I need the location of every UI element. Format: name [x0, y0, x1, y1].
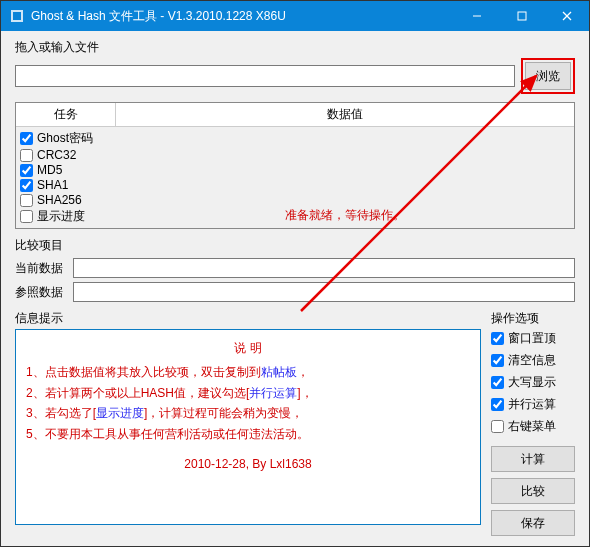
task-header-task: 任务 — [16, 103, 116, 126]
current-data-input[interactable] — [73, 258, 575, 278]
app-icon — [9, 8, 25, 24]
option-label: 大写显示 — [508, 374, 556, 391]
task-checkbox-sha1[interactable]: SHA1 — [20, 178, 111, 192]
current-data-label: 当前数据 — [15, 260, 67, 277]
info-line: 1、点击数据值将其放入比较项，双击复制到粘帖板， — [26, 362, 470, 382]
option-checkbox[interactable]: 大写显示 — [491, 374, 575, 391]
info-line: 3、若勾选了[显示进度]，计算过程可能会稍为变慢， — [26, 403, 470, 423]
info-heading: 说 明 — [26, 338, 470, 358]
svg-rect-3 — [518, 12, 526, 20]
save-button[interactable]: 保存 — [491, 510, 575, 536]
checkbox[interactable] — [491, 376, 504, 389]
checkbox[interactable] — [491, 398, 504, 411]
option-checkbox[interactable]: 窗口置顶 — [491, 330, 575, 347]
status-text: 准备就绪，等待操作。 — [116, 127, 574, 228]
info-line: 2、若计算两个或以上HASH值，建议勾选[并行运算]， — [26, 383, 470, 403]
calc-button[interactable]: 计算 — [491, 446, 575, 472]
close-button[interactable] — [544, 1, 589, 31]
option-label: 清空信息 — [508, 352, 556, 369]
task-checkbox-显示进度[interactable]: 显示进度 — [20, 208, 111, 225]
task-checkbox-sha256[interactable]: SHA256 — [20, 193, 111, 207]
task-header-value: 数据值 — [116, 103, 574, 126]
window-title: Ghost & Hash 文件工具 - V1.3.2010.1228 X86U — [31, 8, 454, 25]
maximize-button[interactable] — [499, 1, 544, 31]
checkbox[interactable] — [491, 420, 504, 433]
info-footer: 2010-12-28, By Lxl1638 — [26, 454, 470, 474]
compare-button[interactable]: 比较 — [491, 478, 575, 504]
file-input-label: 拖入或输入文件 — [15, 39, 575, 56]
compare-section-label: 比较项目 — [15, 237, 575, 254]
options-section-label: 操作选项 — [491, 310, 575, 327]
checkbox[interactable] — [20, 149, 33, 162]
browse-highlight: 浏览 — [521, 58, 575, 94]
task-label: SHA256 — [37, 193, 82, 207]
task-checkbox-ghost密码[interactable]: Ghost密码 — [20, 130, 111, 147]
browse-button[interactable]: 浏览 — [525, 62, 571, 90]
checkbox[interactable] — [20, 194, 33, 207]
reference-data-input[interactable] — [73, 282, 575, 302]
option-label: 右键菜单 — [508, 418, 556, 435]
option-checkbox[interactable]: 并行运算 — [491, 396, 575, 413]
option-label: 并行运算 — [508, 396, 556, 413]
file-path-input[interactable] — [15, 65, 515, 87]
info-box: 说 明 1、点击数据值将其放入比较项，双击复制到粘帖板， 2、若计算两个或以上H… — [15, 329, 481, 525]
task-label: 显示进度 — [37, 208, 85, 225]
task-checkbox-md5[interactable]: MD5 — [20, 163, 111, 177]
checkbox[interactable] — [20, 132, 33, 145]
task-label: CRC32 — [37, 148, 76, 162]
option-checkbox[interactable]: 右键菜单 — [491, 418, 575, 435]
option-checkbox[interactable]: 清空信息 — [491, 352, 575, 369]
task-panel: 任务 数据值 Ghost密码CRC32MD5SHA1SHA256显示进度 准备就… — [15, 102, 575, 229]
checkbox[interactable] — [491, 332, 504, 345]
reference-data-label: 参照数据 — [15, 284, 67, 301]
task-label: SHA1 — [37, 178, 68, 192]
titlebar: Ghost & Hash 文件工具 - V1.3.2010.1228 X86U — [1, 1, 589, 31]
option-label: 窗口置顶 — [508, 330, 556, 347]
svg-rect-1 — [13, 12, 21, 20]
checkbox[interactable] — [20, 210, 33, 223]
info-section-label: 信息提示 — [15, 310, 481, 327]
checkbox[interactable] — [20, 164, 33, 177]
info-line: 5、不要用本工具从事任何营利活动或任何违法活动。 — [26, 424, 470, 444]
task-checkbox-crc32[interactable]: CRC32 — [20, 148, 111, 162]
task-label: MD5 — [37, 163, 62, 177]
task-label: Ghost密码 — [37, 130, 93, 147]
minimize-button[interactable] — [454, 1, 499, 31]
checkbox[interactable] — [491, 354, 504, 367]
checkbox[interactable] — [20, 179, 33, 192]
